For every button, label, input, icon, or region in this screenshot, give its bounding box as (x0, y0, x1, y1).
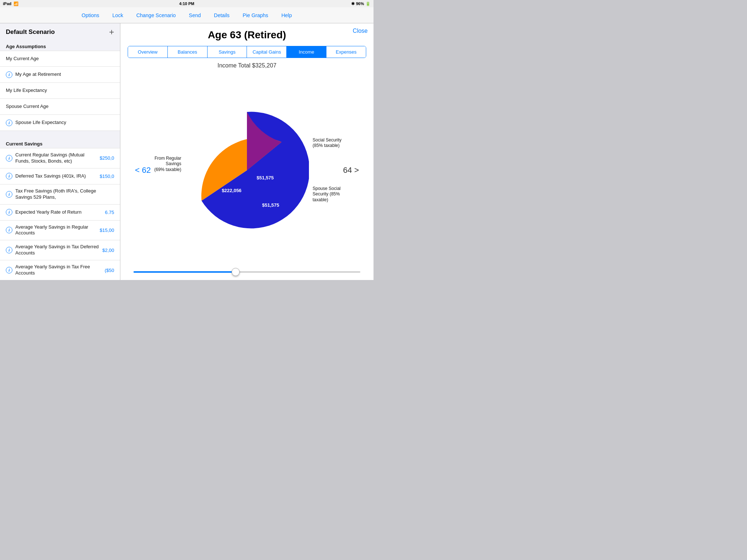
age-slider[interactable] (128, 268, 366, 276)
current-savings-header: Current Savings (0, 137, 120, 148)
spouse-ss-label: Spouse SocialSecurity (85%taxable) (313, 186, 367, 203)
status-right: ✱ 96% 🔋 (351, 1, 371, 6)
info-icon[interactable]: i (6, 227, 12, 233)
battery-icon: 🔋 (365, 1, 371, 6)
tab-savings[interactable]: Savings (207, 46, 247, 58)
row-label: My Life Expectancy (6, 88, 111, 94)
add-button[interactable]: + (109, 27, 114, 37)
row-label: Spouse Life Expectancy (15, 120, 111, 126)
social-security-label: Social Security(85% taxable) (313, 137, 367, 149)
bluetooth-icon: ✱ (351, 1, 355, 6)
send-button[interactable]: Send (182, 7, 208, 23)
row-label: Average Yearly Savings in Tax Deferred A… (15, 244, 99, 256)
list-item[interactable]: My Current Age (0, 51, 120, 67)
spouse-ss-value: $51,575 (262, 202, 279, 208)
tab-income[interactable]: Income (286, 46, 326, 58)
info-icon[interactable]: i (6, 120, 12, 126)
row-value: $15,00 (100, 228, 114, 233)
info-icon[interactable]: i (6, 267, 12, 273)
tab-balances[interactable]: Balances (167, 46, 207, 58)
battery-label: 96% (356, 1, 364, 6)
info-icon[interactable]: i (6, 155, 12, 162)
info-icon[interactable]: i (6, 247, 12, 253)
modal-panel: Close Age 63 (Retired) Overview Balances… (120, 23, 374, 280)
list-item[interactable]: i Expected Yearly Rate of Return 6.75 (0, 205, 120, 221)
tab-bar: Overview Balances Savings Capital Gains … (128, 46, 366, 58)
list-item[interactable]: i Deferred Tax Savings (401k, IRA) $150,… (0, 168, 120, 184)
status-time: 4:10 PM (179, 1, 194, 6)
income-total-label: Income Total $325,207 (128, 62, 366, 69)
change-scenario-button[interactable]: Change Scenario (130, 7, 182, 23)
options-button[interactable]: Options (75, 7, 106, 23)
status-bar: iPad 📶 4:10 PM ✱ 96% 🔋 (0, 0, 374, 7)
pie-graphs-button[interactable]: Pie Graphs (236, 7, 275, 23)
info-icon[interactable]: i (6, 191, 12, 198)
tab-capital-gains[interactable]: Capital Gains (247, 46, 286, 58)
details-button[interactable]: Details (208, 7, 236, 23)
row-label: Spouse Current Age (6, 104, 111, 110)
lock-button[interactable]: Lock (106, 7, 130, 23)
pie-chart: From RegularSavings(69% taxable) $222,05… (185, 108, 309, 232)
list-item[interactable]: i Average Yearly Savings in Tax Deferred… (0, 240, 120, 260)
chart-area: < 62 From RegularSavings(69% taxable) (128, 72, 366, 268)
slider-fill (133, 271, 236, 273)
next-age-button[interactable]: 64 > (343, 166, 359, 175)
list-item[interactable]: i Spouse Life Expectancy (0, 115, 120, 131)
row-label: Average Yearly Savings in Regular Accoun… (15, 224, 97, 237)
info-icon[interactable]: i (6, 173, 12, 179)
row-value: $2,00 (102, 248, 114, 253)
regular-savings-label: From RegularSavings(69% taxable) (138, 156, 181, 173)
list-item[interactable]: Spouse Current Age (0, 99, 120, 115)
list-item[interactable]: My Life Expectancy (0, 83, 120, 99)
close-button[interactable]: Close (353, 28, 368, 34)
sidebar-title: Default Scenario (6, 28, 55, 36)
info-icon[interactable]: i (6, 209, 12, 215)
ipad-label: iPad (3, 1, 11, 6)
age-assumptions-header: Age Assumptions (0, 39, 120, 51)
row-label: Current Regular Savings (Mutual Funds, S… (15, 152, 97, 164)
tab-overview[interactable]: Overview (128, 46, 167, 58)
row-label: Tax Free Savings (Roth IRA's, College Sa… (15, 188, 111, 201)
row-label: My Age at Retirement (15, 71, 111, 78)
row-value: $250,0 (100, 155, 114, 161)
list-item[interactable]: i Average Yearly Savings in Regular Acco… (0, 221, 120, 241)
list-item[interactable]: i Tax Free Savings (Roth IRA's, College … (0, 184, 120, 205)
list-item[interactable]: i My Age at Retirement (0, 67, 120, 83)
pie-svg: $222,056 $51,575 $51,575 (185, 108, 309, 232)
row-label: Deferred Tax Savings (401k, IRA) (15, 173, 97, 179)
row-label: Expected Yearly Rate of Return (15, 209, 102, 215)
sidebar-header: Default Scenario + (0, 23, 120, 39)
list-item[interactable]: i Current Regular Savings (Mutual Funds,… (0, 148, 120, 168)
regular-savings-value: $222,056 (222, 188, 241, 193)
help-button[interactable]: Help (275, 7, 298, 23)
modal-title: Age 63 (Retired) (128, 29, 366, 41)
nav-bar: Options Lock Change Scenario Send Detail… (0, 7, 374, 23)
slider-thumb[interactable] (232, 268, 240, 276)
row-label: Average Yearly Savings in Tax Free Accou… (15, 264, 102, 276)
row-value: 6.75 (105, 210, 114, 215)
status-left: iPad 📶 (3, 1, 19, 6)
row-value: ($50 (105, 268, 114, 273)
tab-expenses[interactable]: Expenses (326, 46, 366, 58)
row-label: My Current Age (6, 56, 111, 62)
sidebar: Default Scenario + Age Assumptions My Cu… (0, 23, 120, 280)
list-item[interactable]: i Average Yearly Savings in Tax Free Acc… (0, 260, 120, 280)
social-security-value: $51,575 (257, 175, 274, 180)
slider-track (133, 271, 360, 273)
wifi-icon: 📶 (13, 1, 19, 6)
info-icon[interactable]: i (6, 71, 12, 78)
row-value: $150,0 (100, 174, 114, 179)
